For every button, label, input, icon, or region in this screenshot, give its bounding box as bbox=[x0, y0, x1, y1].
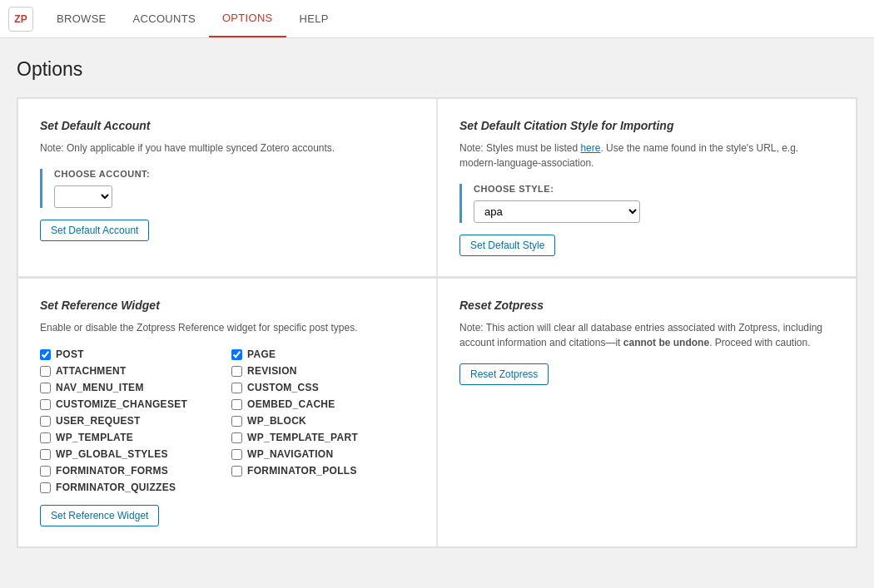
options-top-row: Set Default Account Note: Only applicabl… bbox=[17, 97, 857, 278]
choose-account-group: CHOOSE ACCOUNT: bbox=[40, 169, 415, 208]
panel-reset-zotpress-note: Note: This action will clear all databas… bbox=[459, 320, 834, 350]
panel-default-citation: Set Default Citation Style for Importing… bbox=[437, 98, 857, 277]
checkbox-customize-changeset[interactable]: CUSTOMIZE_CHANGESET bbox=[40, 398, 223, 410]
nav-item-options[interactable]: OPTIONS bbox=[209, 0, 286, 37]
options-bottom-row: Set Reference Widget Enable or disable t… bbox=[17, 278, 857, 548]
checkbox-custom-css-input[interactable] bbox=[231, 383, 242, 393]
account-select[interactable] bbox=[54, 185, 112, 208]
nav-item-help[interactable]: HELP bbox=[286, 0, 342, 37]
checkbox-nav-menu-item-input[interactable] bbox=[40, 383, 51, 393]
checkbox-wp-template-part[interactable]: WP_TEMPLATE_PART bbox=[231, 432, 415, 443]
logo: ZP bbox=[8, 7, 33, 32]
panel-default-account-note: Note: Only applicable if you have multip… bbox=[40, 141, 415, 156]
checkbox-wp-global-styles-input[interactable] bbox=[40, 449, 51, 460]
citation-note-link[interactable]: here bbox=[580, 142, 600, 154]
choose-account-label: CHOOSE ACCOUNT: bbox=[54, 169, 415, 179]
panel-default-citation-title: Set Default Citation Style for Importing bbox=[459, 119, 834, 132]
checkbox-wp-block-input[interactable] bbox=[231, 416, 242, 427]
main-content: Options Set Default Account Note: Only a… bbox=[0, 38, 874, 568]
reset-note-bold: cannot be undone bbox=[623, 337, 709, 348]
set-reference-widget-button[interactable]: Set Reference Widget bbox=[40, 505, 159, 526]
panel-default-account-title: Set Default Account bbox=[40, 119, 415, 132]
panel-reset-zotpress-title: Reset Zotpress bbox=[459, 299, 834, 312]
checkbox-post[interactable]: POST bbox=[40, 348, 223, 360]
checkbox-forminator-polls-input[interactable] bbox=[231, 466, 242, 477]
panel-default-account: Set Default Account Note: Only applicabl… bbox=[17, 98, 437, 277]
style-select[interactable]: apa mla chicago harvard bbox=[474, 200, 640, 223]
set-default-account-button[interactable]: Set Default Account bbox=[40, 220, 149, 241]
checkbox-grid: POST PAGE ATTACHMENT REVISION NAV_MENU_I… bbox=[40, 348, 415, 493]
set-default-style-button[interactable]: Set Default Style bbox=[459, 235, 555, 256]
checkbox-custom-css[interactable]: CUSTOM_CSS bbox=[231, 382, 415, 393]
checkbox-wp-template[interactable]: WP_TEMPLATE bbox=[40, 432, 223, 443]
checkbox-wp-navigation[interactable]: WP_NAVIGATION bbox=[231, 448, 415, 460]
reset-note-suffix: . Proceed with caution. bbox=[709, 337, 810, 348]
checkbox-oembed-cache-input[interactable] bbox=[231, 399, 242, 410]
nav-menu: BROWSE ACCOUNTS OPTIONS HELP bbox=[43, 0, 342, 37]
panel-reference-widget: Set Reference Widget Enable or disable t… bbox=[17, 278, 437, 547]
checkbox-customize-changeset-input[interactable] bbox=[40, 399, 51, 410]
panel-reference-widget-note: Enable or disable the Zotpress Reference… bbox=[40, 320, 415, 335]
choose-style-label: CHOOSE STYLE: bbox=[474, 184, 834, 194]
checkbox-forminator-forms[interactable]: FORMINATOR_FORMS bbox=[40, 465, 223, 477]
checkbox-forminator-quizzes-input[interactable] bbox=[40, 482, 51, 493]
checkbox-forminator-forms-input[interactable] bbox=[40, 466, 51, 477]
panel-reference-widget-title: Set Reference Widget bbox=[40, 299, 415, 312]
page-title: Options bbox=[17, 58, 857, 81]
citation-note-prefix: Note: Styles must be listed bbox=[459, 142, 580, 154]
top-navigation: ZP BROWSE ACCOUNTS OPTIONS HELP bbox=[0, 0, 874, 38]
checkbox-oembed-cache[interactable]: OEMBED_CACHE bbox=[231, 398, 415, 410]
checkbox-forminator-polls[interactable]: FORMINATOR_POLLS bbox=[231, 465, 415, 477]
panel-reset-zotpress: Reset Zotpress Note: This action will cl… bbox=[437, 278, 857, 547]
checkbox-post-input[interactable] bbox=[40, 349, 51, 360]
checkbox-wp-global-styles[interactable]: WP_GLOBAL_STYLES bbox=[40, 448, 223, 460]
checkbox-page[interactable]: PAGE bbox=[231, 348, 415, 360]
panel-default-citation-note: Note: Styles must be listed here. Use th… bbox=[459, 141, 834, 170]
checkbox-wp-template-input[interactable] bbox=[40, 432, 51, 443]
checkbox-page-input[interactable] bbox=[231, 349, 242, 360]
checkbox-wp-template-part-input[interactable] bbox=[231, 432, 242, 443]
checkbox-nav-menu-item[interactable]: NAV_MENU_ITEM bbox=[40, 382, 223, 393]
nav-item-accounts[interactable]: ACCOUNTS bbox=[120, 0, 209, 37]
checkbox-forminator-quizzes[interactable]: FORMINATOR_QUIZZES bbox=[40, 482, 223, 493]
checkbox-wp-navigation-input[interactable] bbox=[231, 449, 242, 460]
checkbox-wp-block[interactable]: WP_BLOCK bbox=[231, 415, 415, 427]
checkbox-attachment[interactable]: ATTACHMENT bbox=[40, 365, 223, 377]
nav-item-browse[interactable]: BROWSE bbox=[43, 0, 120, 37]
checkbox-attachment-input[interactable] bbox=[40, 366, 51, 377]
reset-zotpress-button[interactable]: Reset Zotpress bbox=[459, 363, 549, 385]
checkbox-user-request-input[interactable] bbox=[40, 416, 51, 427]
choose-style-group: CHOOSE STYLE: apa mla chicago harvard bbox=[459, 184, 834, 223]
checkbox-user-request[interactable]: USER_REQUEST bbox=[40, 415, 223, 427]
checkbox-revision-input[interactable] bbox=[231, 366, 242, 377]
checkbox-revision[interactable]: REVISION bbox=[231, 365, 415, 377]
